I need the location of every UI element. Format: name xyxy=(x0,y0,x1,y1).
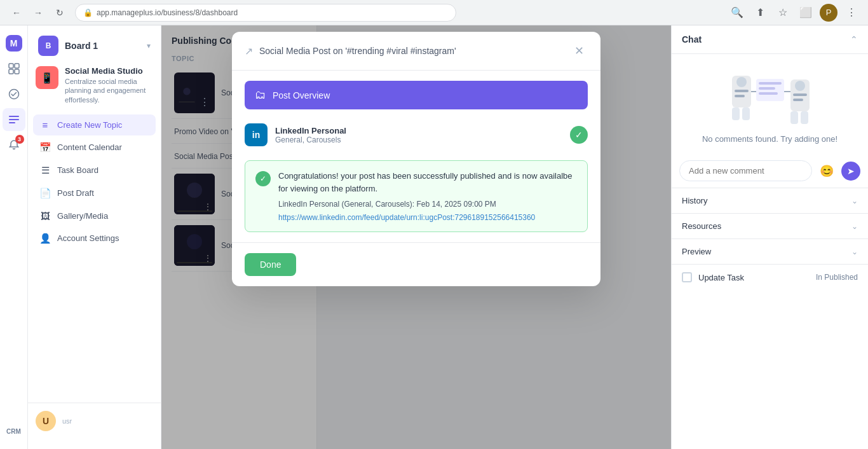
bookmark-button[interactable]: ☆ xyxy=(774,4,792,22)
preview-label: Preview xyxy=(682,247,711,256)
nav-item-gallery[interactable]: 🖼 Gallery/Media xyxy=(33,205,156,226)
svg-rect-21 xyxy=(732,107,740,120)
success-icon: ✓ xyxy=(255,171,271,186)
resources-section-header[interactable]: Resources ⌄ xyxy=(672,214,868,238)
more-button[interactable]: ⋮ xyxy=(843,4,860,22)
nav-item-taskboard[interactable]: ☰ Task Board xyxy=(33,160,156,181)
modal-dialog: ↗ Social Media Post on '#trending #viral… xyxy=(232,32,600,286)
sidebar-board-header[interactable]: B Board 1 ▾ xyxy=(28,36,161,66)
studio-description: Centralize social media planning and eng… xyxy=(65,77,153,104)
history-label: History xyxy=(682,196,707,205)
app-layout: M 3 CRM B Board 1 ▾ 📱 Social Media xyxy=(0,25,868,449)
modal-overlay: ↗ Social Media Post on '#trending #viral… xyxy=(161,25,671,449)
share-button[interactable]: ⬆ xyxy=(751,4,769,22)
studio-icon: 📱 xyxy=(36,66,58,89)
svg-rect-20 xyxy=(735,95,745,97)
comment-input[interactable] xyxy=(679,160,812,181)
resources-chevron-icon: ⌄ xyxy=(851,222,858,231)
right-panel: Chat ⌃ xyxy=(671,25,868,449)
success-link[interactable]: https://www.linkedin.com/feed/update/urn… xyxy=(278,213,535,222)
profile-avatar[interactable]: P xyxy=(820,4,837,22)
success-check-icon: ✓ xyxy=(570,126,588,144)
rail-icon-crm[interactable]: CRM xyxy=(3,420,25,443)
emoji-button[interactable]: 😊 xyxy=(817,162,836,181)
sidebar-nav: ≡ Create New Topic 📅 Content Calendar ☰ … xyxy=(28,114,161,403)
board-chevron-icon: ▾ xyxy=(147,41,151,50)
account-row: in LinkedIn Personal General, Carousels … xyxy=(245,118,588,151)
chat-title: Chat xyxy=(682,34,702,45)
nav-buttons: ← → ↻ xyxy=(8,4,69,22)
notification-badge: 3 xyxy=(15,135,24,144)
preview-chevron-icon: ⌄ xyxy=(851,247,858,256)
post-overview-button[interactable]: 🗂 Post Overview xyxy=(245,81,588,109)
send-button[interactable]: ➤ xyxy=(841,162,860,181)
success-text-block: Congratulations! your post has been succ… xyxy=(278,170,577,223)
browser-actions: 🔍 ⬆ ☆ ⬜ P ⋮ xyxy=(728,4,860,22)
rail-logo[interactable]: M xyxy=(3,32,25,55)
nav-label-gallery: Gallery/Media xyxy=(57,211,108,221)
sidebar-toggle-button[interactable]: ⬜ xyxy=(797,4,815,22)
svg-point-28 xyxy=(795,81,805,91)
svg-rect-1 xyxy=(15,64,19,68)
nav-item-create[interactable]: ≡ Create New Topic xyxy=(33,114,156,135)
svg-rect-2 xyxy=(9,69,13,74)
svg-rect-0 xyxy=(9,64,13,68)
nav-label-taskboard: Task Board xyxy=(57,165,98,175)
resources-section: Resources ⌄ xyxy=(672,214,868,239)
task-checkbox[interactable] xyxy=(682,272,692,282)
rail-icon-notifications[interactable]: 3 xyxy=(3,134,25,156)
chat-empty-state: No comments found. Try adding one! xyxy=(672,54,868,154)
rail-icon-boards[interactable] xyxy=(3,57,25,80)
icon-rail: M 3 CRM xyxy=(0,25,28,449)
rail-icon-content[interactable] xyxy=(3,108,25,131)
modal-footer: Done xyxy=(232,242,600,286)
right-panel-header: Chat ⌃ xyxy=(672,25,868,54)
linkedin-icon: in xyxy=(245,123,268,146)
history-section-header[interactable]: History ⌄ xyxy=(672,188,868,213)
done-button[interactable]: Done xyxy=(245,253,296,276)
post-overview-icon: 🗂 xyxy=(255,88,266,102)
search-browser-button[interactable]: 🔍 xyxy=(728,4,746,22)
modal-close-button[interactable]: ✕ xyxy=(570,42,588,60)
nav-label-account-settings: Account Settings xyxy=(57,233,119,243)
success-main-text: Congratulations! your post has been succ… xyxy=(278,170,577,195)
history-chevron-icon: ⌄ xyxy=(851,197,858,205)
nav-label-create: Create New Topic xyxy=(57,120,122,130)
expand-icon: ↗ xyxy=(245,45,253,57)
taskboard-icon: ☰ xyxy=(39,165,51,176)
account-settings-icon: 👤 xyxy=(39,233,51,244)
nav-label-calendar: Content Calendar xyxy=(57,142,122,152)
browser-chrome: ← → ↻ 🔒 app.manageplus.io/business/8/das… xyxy=(0,0,868,25)
svg-point-18 xyxy=(736,77,747,87)
svg-rect-22 xyxy=(742,107,750,120)
sidebar-footer: U usr xyxy=(28,403,161,439)
board-name: Board 1 xyxy=(65,41,98,51)
success-detail: LinkedIn Personal (General, Carousels): … xyxy=(278,200,577,209)
forward-button[interactable]: → xyxy=(29,4,47,22)
gallery-icon: 🖼 xyxy=(39,211,51,221)
sidebar: B Board 1 ▾ 📱 Social Media Studio Centra… xyxy=(28,25,161,449)
rail-icon-analytics[interactable] xyxy=(3,83,25,106)
history-section: History ⌄ xyxy=(672,188,868,214)
modal-header: ↗ Social Media Post on '#trending #viral… xyxy=(232,32,600,71)
modal-body: 🗂 Post Overview in LinkedIn Personal Gen… xyxy=(232,71,600,242)
user-avatar: U xyxy=(36,411,56,431)
nav-label-postdraft: Post Draft xyxy=(57,188,94,198)
nav-item-account-settings[interactable]: 👤 Account Settings xyxy=(33,228,156,249)
preview-section-header[interactable]: Preview ⌄ xyxy=(672,239,868,264)
studio-info: Social Media Studio Centralize social me… xyxy=(65,66,153,104)
svg-rect-3 xyxy=(15,69,19,74)
svg-rect-7 xyxy=(9,122,15,123)
chevron-up-icon[interactable]: ⌃ xyxy=(850,34,858,45)
user-label: usr xyxy=(62,417,72,425)
refresh-button[interactable]: ↻ xyxy=(51,4,69,22)
address-bar[interactable]: 🔒 app.manageplus.io/business/8/dashboard xyxy=(75,4,456,22)
svg-rect-19 xyxy=(735,90,749,92)
main-content: Publishing Content TOPIC ⋮ Soc Promo Vid… xyxy=(161,25,671,449)
nav-item-postdraft[interactable]: 📄 Post Draft xyxy=(33,183,156,204)
back-button[interactable]: ← xyxy=(8,4,25,22)
nav-item-calendar[interactable]: 📅 Content Calendar xyxy=(33,137,156,158)
svg-rect-26 xyxy=(759,92,778,95)
create-icon: ≡ xyxy=(39,120,51,130)
postdraft-icon: 📄 xyxy=(39,188,51,199)
